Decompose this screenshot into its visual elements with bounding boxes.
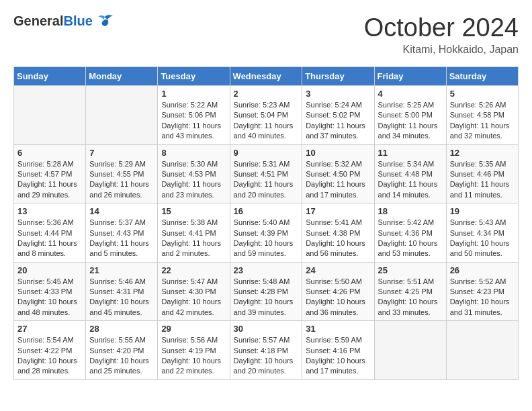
day-info: Sunrise: 5:57 AMSunset: 4:18 PMDaylight:… [234, 335, 299, 377]
calendar-week-row: 27Sunrise: 5:54 AMSunset: 4:22 PMDayligh… [14, 321, 519, 380]
day-info: Sunrise: 5:56 AMSunset: 4:19 PMDaylight:… [161, 335, 226, 377]
day-info: Sunrise: 5:42 AMSunset: 4:36 PMDaylight:… [378, 218, 443, 259]
calendar-cell: 29Sunrise: 5:56 AMSunset: 4:19 PMDayligh… [158, 321, 230, 380]
daylight-text: Daylight: 10 hours and 20 minutes. [234, 357, 294, 375]
daylight-text: Daylight: 11 hours and 23 minutes. [161, 180, 221, 198]
sunrise-text: Sunrise: 5:56 AM [161, 336, 218, 344]
daylight-text: Daylight: 10 hours and 48 minutes. [17, 298, 77, 316]
sunrise-text: Sunrise: 5:51 AM [378, 277, 435, 285]
sunset-text: Sunset: 4:51 PM [234, 170, 288, 178]
daylight-text: Daylight: 11 hours and 29 minutes. [17, 180, 77, 198]
sunset-text: Sunset: 4:26 PM [306, 287, 360, 295]
day-info: Sunrise: 5:28 AMSunset: 4:57 PMDaylight:… [17, 159, 82, 201]
daylight-text: Daylight: 10 hours and 42 minutes. [161, 298, 221, 316]
calendar-cell: 1Sunrise: 5:22 AMSunset: 5:06 PMDaylight… [158, 86, 230, 145]
sunrise-text: Sunrise: 5:46 AM [89, 277, 146, 285]
day-number: 8 [161, 148, 226, 158]
sunrise-text: Sunrise: 5:34 AM [378, 160, 435, 168]
calendar-header-monday: Monday [86, 67, 158, 86]
sunrise-text: Sunrise: 5:32 AM [306, 160, 362, 168]
page-header: GeneralBlue October 2024 Kitami, Hokkaid… [13, 13, 519, 56]
logo-bird-icon [95, 14, 114, 29]
day-number: 13 [17, 206, 82, 216]
calendar-cell: 20Sunrise: 5:45 AMSunset: 4:33 PMDayligh… [14, 262, 86, 321]
sunset-text: Sunset: 4:19 PM [161, 347, 216, 355]
sunrise-text: Sunrise: 5:50 AM [306, 277, 362, 285]
day-info: Sunrise: 5:32 AMSunset: 4:50 PMDaylight:… [306, 159, 370, 201]
day-number: 3 [306, 89, 370, 99]
sunrise-text: Sunrise: 5:23 AM [234, 101, 290, 109]
daylight-text: Daylight: 11 hours and 26 minutes. [89, 180, 149, 198]
daylight-text: Daylight: 10 hours and 56 minutes. [306, 239, 365, 257]
daylight-text: Daylight: 10 hours and 33 minutes. [378, 298, 438, 316]
calendar-cell: 16Sunrise: 5:40 AMSunset: 4:39 PMDayligh… [230, 203, 302, 263]
calendar-table: SundayMondayTuesdayWednesdayThursdayFrid… [13, 66, 519, 380]
daylight-text: Daylight: 10 hours and 45 minutes. [89, 298, 149, 316]
sunset-text: Sunset: 4:18 PM [234, 347, 288, 355]
calendar-cell: 9Sunrise: 5:31 AMSunset: 4:51 PMDaylight… [230, 144, 302, 203]
calendar-header-thursday: Thursday [302, 67, 374, 86]
sunrise-text: Sunrise: 5:41 AM [306, 218, 362, 226]
sunrise-text: Sunrise: 5:28 AM [17, 160, 74, 168]
calendar-cell: 10Sunrise: 5:32 AMSunset: 4:50 PMDayligh… [302, 144, 374, 203]
calendar-week-row: 13Sunrise: 5:36 AMSunset: 4:44 PMDayligh… [14, 203, 519, 263]
day-info: Sunrise: 5:24 AMSunset: 5:02 PMDaylight:… [306, 100, 370, 142]
daylight-text: Daylight: 10 hours and 17 minutes. [306, 357, 365, 375]
day-number: 23 [234, 265, 299, 275]
daylight-text: Daylight: 10 hours and 28 minutes. [17, 357, 77, 375]
day-info: Sunrise: 5:36 AMSunset: 4:44 PMDaylight:… [17, 218, 82, 259]
calendar-cell: 30Sunrise: 5:57 AMSunset: 4:18 PMDayligh… [230, 321, 302, 380]
sunset-text: Sunset: 4:30 PM [161, 287, 216, 295]
sunset-text: Sunset: 4:46 PM [450, 170, 504, 178]
calendar-cell: 27Sunrise: 5:54 AMSunset: 4:22 PMDayligh… [14, 321, 86, 380]
sunrise-text: Sunrise: 5:59 AM [306, 336, 362, 344]
logo-general-text: General [13, 13, 63, 28]
daylight-text: Daylight: 10 hours and 22 minutes. [161, 357, 221, 375]
daylight-text: Daylight: 11 hours and 37 minutes. [306, 122, 365, 140]
day-number: 12 [450, 148, 515, 158]
calendar-header-saturday: Saturday [446, 67, 518, 86]
sunrise-text: Sunrise: 5:52 AM [450, 277, 506, 285]
sunset-text: Sunset: 4:39 PM [234, 229, 288, 237]
calendar-cell: 2Sunrise: 5:23 AMSunset: 5:04 PMDaylight… [230, 86, 302, 145]
calendar-cell: 4Sunrise: 5:25 AMSunset: 5:00 PMDaylight… [374, 86, 446, 145]
daylight-text: Daylight: 10 hours and 50 minutes. [450, 239, 510, 257]
sunrise-text: Sunrise: 5:26 AM [450, 101, 506, 109]
daylight-text: Daylight: 10 hours and 25 minutes. [89, 357, 149, 375]
calendar-header-tuesday: Tuesday [158, 67, 230, 86]
daylight-text: Daylight: 10 hours and 59 minutes. [234, 239, 294, 257]
calendar-header-sunday: Sunday [14, 67, 86, 86]
daylight-text: Daylight: 11 hours and 43 minutes. [161, 122, 221, 140]
sunrise-text: Sunrise: 5:31 AM [234, 160, 290, 168]
day-number: 2 [234, 89, 299, 99]
day-number: 19 [450, 206, 515, 216]
sunrise-text: Sunrise: 5:42 AM [378, 218, 435, 226]
sunrise-text: Sunrise: 5:40 AM [234, 218, 290, 226]
day-number: 21 [89, 265, 154, 275]
daylight-text: Daylight: 10 hours and 31 minutes. [450, 298, 510, 316]
sunset-text: Sunset: 4:28 PM [234, 287, 288, 295]
calendar-cell: 7Sunrise: 5:29 AMSunset: 4:55 PMDaylight… [86, 144, 158, 203]
day-number: 17 [306, 206, 370, 216]
sunset-text: Sunset: 4:36 PM [378, 229, 433, 237]
daylight-text: Daylight: 11 hours and 5 minutes. [89, 239, 149, 257]
day-number: 6 [17, 148, 82, 158]
day-number: 4 [378, 89, 443, 99]
sunrise-text: Sunrise: 5:25 AM [378, 101, 435, 109]
calendar-cell [14, 86, 86, 145]
calendar-cell: 23Sunrise: 5:48 AMSunset: 4:28 PMDayligh… [230, 262, 302, 321]
calendar-cell [446, 321, 518, 380]
day-info: Sunrise: 5:54 AMSunset: 4:22 PMDaylight:… [17, 335, 82, 377]
sunset-text: Sunset: 4:55 PM [89, 170, 144, 178]
calendar-cell [86, 86, 158, 145]
day-number: 14 [89, 206, 154, 216]
daylight-text: Daylight: 11 hours and 40 minutes. [234, 122, 294, 140]
calendar-cell: 5Sunrise: 5:26 AMSunset: 4:58 PMDaylight… [446, 86, 518, 145]
calendar-cell: 24Sunrise: 5:50 AMSunset: 4:26 PMDayligh… [302, 262, 374, 321]
calendar-week-row: 6Sunrise: 5:28 AMSunset: 4:57 PMDaylight… [14, 144, 519, 203]
day-info: Sunrise: 5:38 AMSunset: 4:41 PMDaylight:… [161, 218, 226, 259]
calendar-cell: 13Sunrise: 5:36 AMSunset: 4:44 PMDayligh… [14, 203, 86, 263]
sunrise-text: Sunrise: 5:55 AM [89, 336, 146, 344]
calendar-cell: 11Sunrise: 5:34 AMSunset: 4:48 PMDayligh… [374, 144, 446, 203]
day-number: 11 [378, 148, 443, 158]
